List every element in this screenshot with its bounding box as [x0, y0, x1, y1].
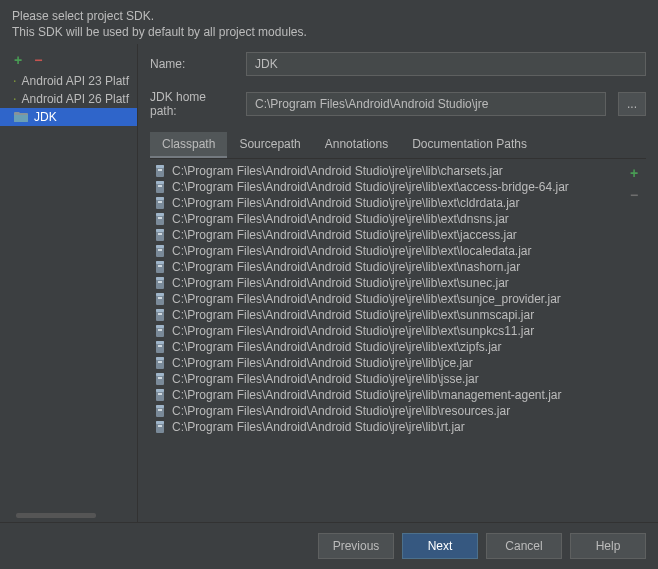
classpath-row[interactable]: C:\Program Files\Android\Android Studio\…	[150, 307, 622, 323]
jar-archive-icon	[154, 244, 166, 258]
svg-rect-53	[156, 421, 164, 424]
classpath-row[interactable]: C:\Program Files\Android\Android Studio\…	[150, 195, 622, 211]
svg-rect-11	[156, 197, 164, 200]
classpath-row[interactable]: C:\Program Files\Android\Android Studio\…	[150, 339, 622, 355]
svg-rect-30	[158, 297, 162, 299]
classpath-path: C:\Program Files\Android\Android Studio\…	[172, 340, 501, 354]
classpath-path: C:\Program Files\Android\Android Studio\…	[172, 180, 569, 194]
classpath-row[interactable]: C:\Program Files\Android\Android Studio\…	[150, 227, 622, 243]
jar-archive-icon	[154, 356, 166, 370]
home-path-input[interactable]	[246, 92, 606, 116]
svg-rect-42	[158, 361, 162, 363]
tab-sourcepath[interactable]: Sourcepath	[227, 132, 312, 158]
jar-archive-icon	[154, 276, 166, 290]
sdk-item-jdk[interactable]: JDK	[0, 108, 137, 126]
sdk-item-android-api-23-platf[interactable]: Android API 23 Platf	[0, 72, 137, 90]
svg-rect-36	[158, 329, 162, 331]
svg-rect-6	[158, 169, 162, 171]
svg-rect-15	[158, 217, 162, 219]
sdk-sidebar: + − Android API 23 PlatfAndroid API 26 P…	[0, 44, 138, 522]
svg-rect-17	[156, 229, 164, 232]
classpath-row[interactable]: C:\Program Files\Android\Android Studio\…	[150, 211, 622, 227]
browse-button[interactable]: ...	[618, 92, 646, 116]
tabs: ClasspathSourcepathAnnotationsDocumentat…	[150, 132, 646, 159]
classpath-row[interactable]: C:\Program Files\Android\Android Studio\…	[150, 259, 622, 275]
classpath-row[interactable]: C:\Program Files\Android\Android Studio\…	[150, 163, 622, 179]
tab-documentation-paths[interactable]: Documentation Paths	[400, 132, 539, 158]
classpath-row[interactable]: C:\Program Files\Android\Android Studio\…	[150, 275, 622, 291]
next-button[interactable]: Next	[402, 533, 478, 559]
classpath-row[interactable]: C:\Program Files\Android\Android Studio\…	[150, 403, 622, 419]
jar-archive-icon	[154, 196, 166, 210]
classpath-path: C:\Program Files\Android\Android Studio\…	[172, 292, 561, 306]
sdk-list: Android API 23 PlatfAndroid API 26 Platf…	[0, 72, 137, 513]
classpath-path: C:\Program Files\Android\Android Studio\…	[172, 276, 509, 290]
jar-archive-icon	[154, 388, 166, 402]
classpath-path: C:\Program Files\Android\Android Studio\…	[172, 372, 479, 386]
sidebar-scrollbar[interactable]	[0, 513, 137, 520]
svg-rect-18	[158, 233, 162, 235]
classpath-path: C:\Program Files\Android\Android Studio\…	[172, 228, 517, 242]
svg-rect-33	[158, 313, 162, 315]
name-input[interactable]	[246, 52, 646, 76]
svg-rect-8	[156, 181, 164, 184]
classpath-controls: + −	[622, 163, 646, 522]
ellipsis-icon: ...	[627, 97, 637, 111]
tab-classpath[interactable]: Classpath	[150, 132, 227, 158]
jar-archive-icon	[154, 228, 166, 242]
cancel-button[interactable]: Cancel	[486, 533, 562, 559]
classpath-row[interactable]: C:\Program Files\Android\Android Studio\…	[150, 291, 622, 307]
svg-rect-44	[156, 373, 164, 376]
add-sdk-icon[interactable]: +	[14, 52, 22, 68]
help-button[interactable]: Help	[570, 533, 646, 559]
previous-button[interactable]: Previous	[318, 533, 394, 559]
jar-archive-icon	[154, 260, 166, 274]
classpath-path: C:\Program Files\Android\Android Studio\…	[172, 404, 510, 418]
svg-rect-14	[156, 213, 164, 216]
jar-archive-icon	[154, 340, 166, 354]
svg-rect-24	[158, 265, 162, 267]
classpath-list[interactable]: C:\Program Files\Android\Android Studio\…	[150, 163, 622, 522]
sidebar-scrollbar-thumb[interactable]	[16, 513, 96, 518]
jar-archive-icon	[154, 420, 166, 434]
name-label: Name:	[150, 57, 234, 71]
svg-rect-26	[156, 277, 164, 280]
svg-rect-20	[156, 245, 164, 248]
svg-rect-45	[158, 377, 162, 379]
home-path-label: JDK home path:	[150, 90, 234, 118]
sdk-item-label: Android API 26 Platf	[22, 92, 129, 106]
svg-rect-5	[156, 165, 164, 168]
classpath-row[interactable]: C:\Program Files\Android\Android Studio\…	[150, 387, 622, 403]
sidebar-toolbar: + −	[0, 48, 137, 72]
classpath-path: C:\Program Files\Android\Android Studio\…	[172, 420, 465, 434]
add-classpath-icon[interactable]: +	[630, 165, 638, 181]
sdk-item-android-api-26-platf[interactable]: Android API 26 Platf	[0, 90, 137, 108]
classpath-row[interactable]: C:\Program Files\Android\Android Studio\…	[150, 323, 622, 339]
svg-rect-41	[156, 357, 164, 360]
classpath-path: C:\Program Files\Android\Android Studio\…	[172, 196, 519, 210]
classpath-row[interactable]: C:\Program Files\Android\Android Studio\…	[150, 371, 622, 387]
svg-rect-50	[156, 405, 164, 408]
svg-rect-51	[158, 409, 162, 411]
header-instructions: Please select project SDK. This SDK will…	[0, 0, 658, 44]
remove-sdk-icon[interactable]: −	[34, 52, 42, 68]
classpath-path: C:\Program Files\Android\Android Studio\…	[172, 244, 532, 258]
classpath-row[interactable]: C:\Program Files\Android\Android Studio\…	[150, 355, 622, 371]
jar-archive-icon	[154, 324, 166, 338]
tab-annotations[interactable]: Annotations	[313, 132, 400, 158]
classpath-row[interactable]: C:\Program Files\Android\Android Studio\…	[150, 179, 622, 195]
sdk-details-panel: Name: JDK home path: ... ClasspathSource…	[138, 44, 658, 522]
jar-archive-icon	[154, 308, 166, 322]
svg-rect-9	[158, 185, 162, 187]
svg-rect-21	[158, 249, 162, 251]
classpath-row[interactable]: C:\Program Files\Android\Android Studio\…	[150, 243, 622, 259]
classpath-row[interactable]: C:\Program Files\Android\Android Studio\…	[150, 419, 622, 435]
folder-icon	[14, 111, 28, 123]
footer: Previous Next Cancel Help	[0, 522, 658, 569]
jar-archive-icon	[154, 372, 166, 386]
classpath-path: C:\Program Files\Android\Android Studio\…	[172, 308, 534, 322]
header-line1: Please select project SDK.	[12, 8, 646, 24]
svg-rect-27	[158, 281, 162, 283]
classpath-path: C:\Program Files\Android\Android Studio\…	[172, 324, 534, 338]
svg-rect-48	[158, 393, 162, 395]
